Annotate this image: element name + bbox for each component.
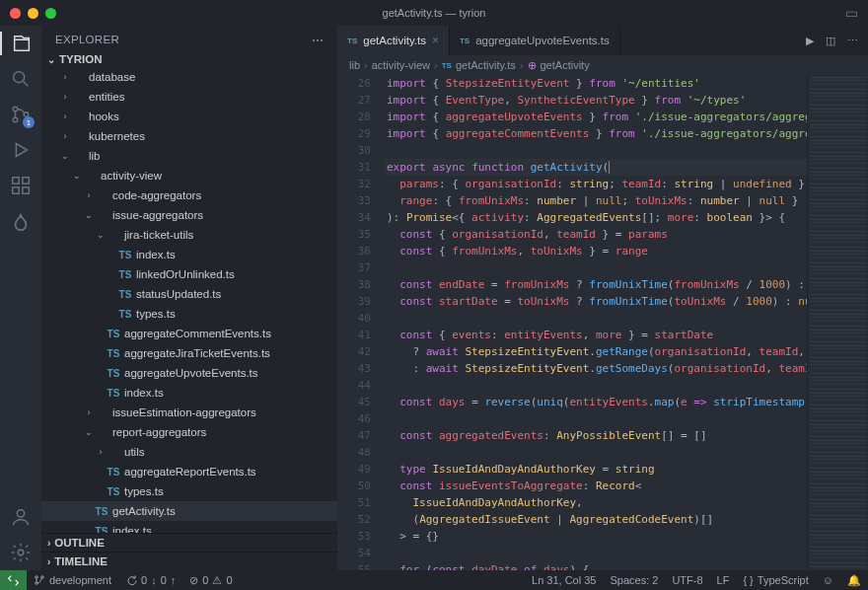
close-tab-icon[interactable]: ×	[432, 34, 439, 47]
folder-row[interactable]: ›kubernetes	[41, 126, 337, 146]
code-editor[interactable]: import { StepsizeEntityEvent } from '~/e…	[385, 75, 807, 570]
minimap[interactable]	[807, 75, 868, 570]
code-line[interactable]	[385, 377, 807, 394]
folder-row[interactable]: ›database	[41, 67, 337, 87]
folder-row[interactable]: ⌄activity-view	[41, 166, 337, 185]
code-line[interactable]	[385, 444, 807, 461]
tree-item-label: database	[89, 71, 135, 83]
code-line[interactable]: ? await StepsizeEntityEvent.getRange(org…	[385, 343, 807, 360]
sync-button[interactable]: 0↓ 0↑	[118, 570, 182, 590]
maximize-window-button[interactable]	[45, 8, 56, 19]
code-line[interactable]: range: { fromUnixMs: number | null; toUn…	[385, 192, 807, 209]
minimize-window-button[interactable]	[28, 8, 38, 19]
code-line[interactable]	[385, 310, 807, 327]
folder-row[interactable]: ⌄jira-ticket-utils	[41, 225, 337, 245]
chevron-down-icon: ⌄	[59, 151, 71, 161]
breadcrumb[interactable]: lib›activity-view›TS getActivity.ts›⊕ ge…	[337, 55, 868, 75]
code-line[interactable]: (AggregatedIssueEvent | AggregatedCodeEv…	[385, 511, 807, 528]
folder-row[interactable]: ›entities	[41, 87, 337, 107]
code-line[interactable]: import { EventType, SyntheticEventType }…	[385, 92, 807, 109]
folder-icon	[71, 149, 85, 163]
indentation[interactable]: Spaces: 2	[603, 574, 665, 586]
sidebar-section-toggle[interactable]: ⌄ TYRION	[41, 51, 337, 67]
code-line[interactable]	[385, 410, 807, 427]
notifications-icon[interactable]: 🔔	[840, 574, 868, 587]
panel-toggle-icon[interactable]: ▭	[845, 5, 858, 21]
cursor-position[interactable]: Ln 31, Col 35	[525, 574, 603, 586]
file-row[interactable]: TSindex.ts	[41, 521, 337, 533]
file-row[interactable]: TSaggregateReportEvents.ts	[41, 462, 337, 481]
encoding[interactable]: UTF-8	[665, 574, 709, 586]
code-line[interactable]: > = {}	[385, 528, 807, 545]
run-cell-icon[interactable]: ▶	[806, 35, 814, 47]
code-line[interactable]: const days = reverse(uniq(entityEvents.m…	[385, 394, 807, 410]
code-line[interactable]: const { events: entityEvents, more } = s…	[385, 327, 807, 343]
file-row[interactable]: TSlinkedOrUnlinked.ts	[41, 264, 337, 284]
file-row[interactable]: TStypes.ts	[41, 304, 337, 324]
code-line[interactable]: const { organisationId, teamId } = param…	[385, 226, 807, 243]
breadcrumb-segment[interactable]: getActivity.ts	[456, 59, 516, 71]
tab[interactable]: TSgetActivity.ts×	[337, 26, 450, 55]
extensions-icon[interactable]	[9, 174, 33, 197]
code-line[interactable]: ): Promise<{ activity: AggregatedEvents[…	[385, 209, 807, 226]
settings-gear-icon[interactable]	[9, 541, 33, 564]
language-mode[interactable]: { } TypeScript	[736, 574, 815, 586]
code-line[interactable]: for (const dayDate of days) {	[385, 561, 807, 570]
file-row[interactable]: TSstatusUpdated.ts	[41, 284, 337, 304]
file-row[interactable]: TSgetActivity.ts	[41, 501, 337, 521]
folder-icon	[83, 169, 97, 183]
run-debug-icon[interactable]	[9, 138, 33, 162]
explorer-icon[interactable]	[0, 32, 41, 55]
code-line[interactable]: const startDate = toUnixMs ? fromUnixTim…	[385, 293, 807, 310]
feedback-icon[interactable]: ☺	[816, 574, 840, 586]
file-row[interactable]: TSaggregateJiraTicketEvents.ts	[41, 343, 337, 363]
folder-icon	[107, 445, 120, 459]
file-row[interactable]: TSaggregateUpvoteEvents.ts	[41, 363, 337, 383]
code-line[interactable]	[385, 142, 807, 159]
accounts-icon[interactable]	[9, 505, 33, 529]
code-line[interactable]: import { StepsizeEntityEvent } from '~/e…	[385, 75, 807, 92]
split-editor-icon[interactable]: ◫	[826, 35, 835, 47]
breadcrumb-segment[interactable]: activity-view	[372, 59, 430, 71]
folder-row[interactable]: ›issueEstimation-aggregators	[41, 403, 337, 422]
timeline-section[interactable]: › TIMELINE	[41, 552, 337, 570]
code-line[interactable]: type IssueIdAndDayAndAuthorKey = string	[385, 461, 807, 478]
folder-row[interactable]: ›hooks	[41, 107, 337, 126]
code-line[interactable]: : await StepsizeEntityEvent.getSomeDays(…	[385, 360, 807, 377]
folder-row[interactable]: ⌄lib	[41, 146, 337, 166]
more-actions-icon[interactable]: ⋯	[847, 35, 858, 47]
outline-section[interactable]: › OUTLINE	[41, 533, 337, 552]
folder-row[interactable]: ›code-aggregators	[41, 185, 337, 205]
breadcrumb-segment[interactable]: getActivity	[541, 59, 590, 71]
code-line[interactable]: IssueIdAndDayAndAuthorKey,	[385, 494, 807, 511]
file-row[interactable]: TSaggregateCommentEvents.ts	[41, 324, 337, 343]
code-line[interactable]: const aggregatedEvents: AnyPossibleEvent…	[385, 427, 807, 444]
code-line[interactable]	[385, 545, 807, 561]
branch-button[interactable]: development	[27, 570, 118, 590]
code-line[interactable]: import { aggregateCommentEvents } from '…	[385, 125, 807, 142]
code-line[interactable]: import { aggregateUpvoteEvents } from '.…	[385, 109, 807, 125]
file-row[interactable]: TStypes.ts	[41, 481, 337, 501]
close-window-button[interactable]	[10, 8, 21, 19]
remote-button[interactable]	[0, 570, 27, 590]
code-line[interactable]	[385, 259, 807, 276]
stepsize-icon[interactable]	[9, 209, 33, 233]
code-line[interactable]: params: { organisationId: string; teamId…	[385, 176, 807, 192]
tab[interactable]: TSaggregateUpvoteEvents.ts	[450, 26, 620, 55]
folder-row[interactable]: ⌄report-aggregators	[41, 422, 337, 442]
code-line[interactable]: export async function getActivity(	[385, 159, 807, 176]
problems-button[interactable]: ⊘0 ⚠0	[182, 570, 239, 590]
typescript-file-icon: TS	[107, 327, 120, 340]
search-icon[interactable]	[9, 67, 33, 91]
file-tree[interactable]: ›database›entities›hooks›kubernetes⌄lib⌄…	[41, 67, 337, 533]
folder-row[interactable]: ⌄issue-aggregators	[41, 205, 337, 225]
code-line[interactable]: const { fromUnixMs, toUnixMs } = range	[385, 243, 807, 259]
sidebar-more-icon[interactable]: ⋯	[312, 34, 324, 47]
code-line[interactable]: const issueEventsToAggregate: Record<	[385, 478, 807, 494]
folder-row[interactable]: ›utils	[41, 442, 337, 462]
file-row[interactable]: TSindex.ts	[41, 383, 337, 403]
breadcrumb-segment[interactable]: lib	[349, 59, 360, 71]
file-row[interactable]: TSindex.ts	[41, 245, 337, 264]
eol[interactable]: LF	[710, 574, 737, 586]
code-line[interactable]: const endDate = fromUnixMs ? fromUnixTim…	[385, 276, 807, 293]
